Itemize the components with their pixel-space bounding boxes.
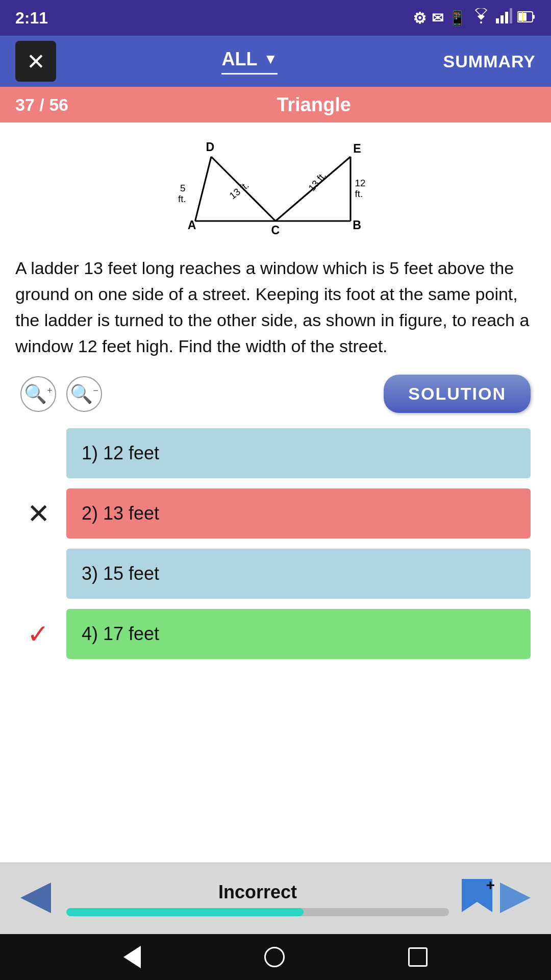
previous-icon (15, 877, 56, 920)
summary-button[interactable]: SUMMARY (443, 52, 536, 71)
signal-icon (496, 8, 512, 28)
options-container: 1) 12 feet ✕ 2) 13 feet 3) 15 feet ✓ 4) … (15, 428, 536, 659)
time-label: 2:11 (15, 9, 48, 28)
bookmark-add-button[interactable]: + (459, 876, 495, 921)
solution-button[interactable]: SOLUTION (384, 375, 531, 413)
topic-title: Triangle (92, 94, 536, 116)
plus-badge: + (486, 876, 495, 894)
svg-line-8 (195, 157, 212, 221)
svg-text:E: E (353, 142, 361, 155)
option-3-button[interactable]: 3) 15 feet (66, 549, 531, 599)
svg-text:D: D (206, 141, 215, 154)
svg-text:5: 5 (180, 183, 186, 193)
filter-dropdown[interactable]: ALL ▼ (221, 48, 278, 75)
android-nav-bar (0, 934, 551, 980)
option-4-indicator: ✓ (20, 619, 56, 649)
option-row-4: ✓ 4) 17 feet (20, 609, 531, 659)
question-text: A ladder 13 feet long reaches a window w… (15, 255, 536, 359)
next-button[interactable] (495, 877, 536, 920)
svg-rect-2 (505, 12, 508, 23)
android-back-button[interactable] (123, 946, 141, 968)
android-home-icon (264, 947, 285, 967)
svg-marker-25 (20, 883, 51, 913)
svg-text:12: 12 (355, 178, 365, 188)
svg-text:B: B (353, 218, 361, 232)
android-home-button[interactable] (264, 947, 285, 967)
svg-rect-0 (496, 18, 499, 23)
next-icon (495, 877, 536, 920)
option-2-button[interactable]: 2) 13 feet (66, 488, 531, 538)
progress-fill (66, 908, 304, 916)
zoom-in-button[interactable]: 🔍+ (20, 376, 56, 412)
svg-rect-5 (533, 15, 535, 19)
main-content: A C B D E 5 ft. 13 ft. 13 ft. 12 ft. A l… (0, 122, 551, 863)
option-2-indicator: ✕ (20, 498, 56, 530)
option-row-2: ✕ 2) 13 feet (20, 488, 531, 538)
option-4-button[interactable]: 4) 17 feet (66, 609, 531, 659)
question-count: 37 / 56 (15, 95, 92, 115)
svg-text:ft.: ft. (178, 193, 186, 204)
progress-bar: 37 / 56 Triangle (0, 87, 551, 122)
svg-text:ft.: ft. (355, 188, 363, 199)
bottom-nav: Incorrect + (0, 863, 551, 934)
zoom-out-icon: 🔍− (70, 383, 98, 405)
nav-bar: ✕ ALL ▼ SUMMARY (0, 36, 551, 87)
result-label: Incorrect (218, 881, 297, 903)
zoom-in-icon: 🔍+ (24, 383, 53, 405)
controls-bar: 🔍+ 🔍− SOLUTION (15, 375, 536, 413)
wifi-icon (471, 8, 491, 28)
android-recent-button[interactable] (408, 947, 428, 967)
settings-icon: ⚙ (413, 9, 427, 27)
zoom-controls: 🔍+ 🔍− (20, 376, 102, 412)
svg-marker-27 (500, 883, 531, 913)
svg-rect-3 (510, 8, 512, 23)
triangle-diagram: A C B D E 5 ft. 13 ft. 13 ft. 12 ft. (168, 133, 383, 245)
android-back-icon (123, 946, 141, 968)
chevron-down-icon: ▼ (263, 51, 278, 67)
diagram-area: A C B D E 5 ft. 13 ft. 13 ft. 12 ft. (15, 133, 536, 245)
close-button[interactable]: ✕ (15, 41, 56, 82)
svg-text:13 ft.: 13 ft. (306, 170, 328, 193)
zoom-out-button[interactable]: 🔍− (66, 376, 102, 412)
status-bar: 2:11 ⚙ ✉ 📱 (0, 0, 551, 36)
progress-track (66, 908, 449, 916)
previous-button[interactable] (15, 877, 56, 920)
option-1-button[interactable]: 1) 12 feet (66, 428, 531, 478)
option-row-1: 1) 12 feet (20, 428, 531, 478)
battery-icon (517, 9, 536, 28)
svg-text:A: A (188, 218, 196, 232)
bottom-center: Incorrect (66, 881, 449, 916)
svg-text:C: C (271, 224, 280, 237)
gmail-icon: ✉ (432, 10, 443, 27)
option-row-3: 3) 15 feet (20, 549, 531, 599)
svg-rect-1 (500, 15, 504, 23)
svg-text:13 ft.: 13 ft. (228, 180, 251, 201)
filter-label: ALL (221, 48, 257, 70)
status-icons: ⚙ ✉ 📱 (413, 8, 536, 28)
android-recent-icon (408, 947, 428, 967)
phone-icon: 📱 (448, 10, 466, 27)
